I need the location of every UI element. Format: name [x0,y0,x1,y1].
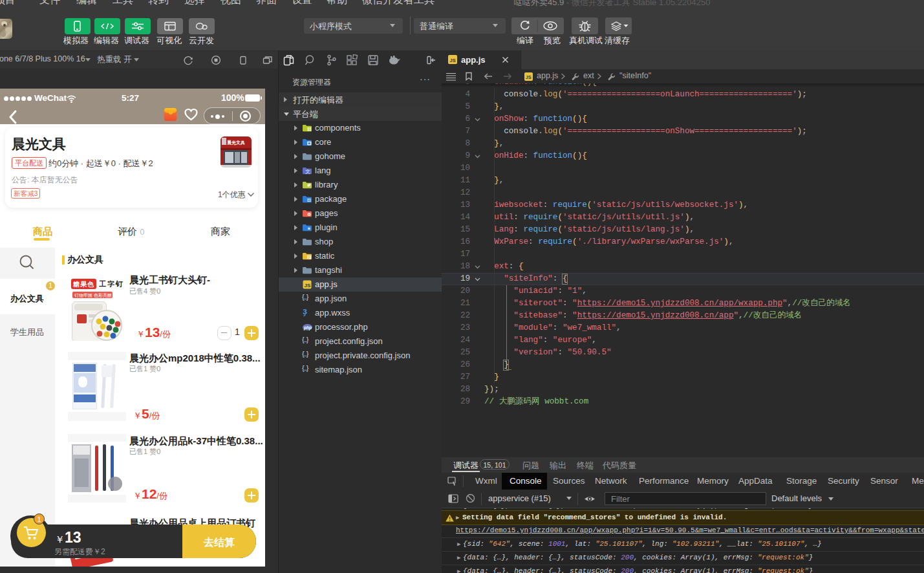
svg-text:JS: JS [305,283,311,288]
svg-text:php: php [303,325,312,330]
svg-text:JS: JS [450,58,456,63]
svg-text:<: < [308,213,310,217]
svg-text:JS: JS [526,75,532,80]
svg-text:文: 文 [305,169,310,175]
